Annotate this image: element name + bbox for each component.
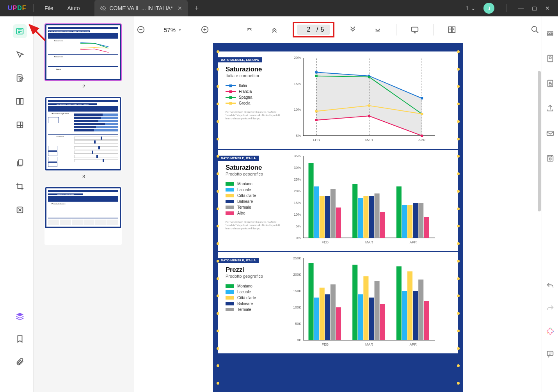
svg-rect-94 <box>418 280 423 340</box>
thumbnail-panel: SATURAZIONE E PREZZI STRUTTURE OTA Satur… <box>34 16 134 392</box>
svg-rect-29 <box>368 76 370 78</box>
svg-rect-4 <box>17 122 23 128</box>
page-indicator-highlight: / 5 <box>293 22 334 37</box>
redact-button[interactable] <box>13 203 27 217</box>
document-tab[interactable]: COME VA IL ... IN ITALIA* ✕ <box>94 0 187 16</box>
save-button[interactable] <box>543 151 557 165</box>
thumbnail-page-4[interactable]: PRENOTAZIONI AEREE Prenotazioni aeree <box>44 186 122 245</box>
svg-rect-24 <box>421 97 423 99</box>
maximize-icon[interactable]: ▢ <box>531 5 537 11</box>
share-button[interactable] <box>543 101 557 115</box>
redo-button[interactable] <box>543 302 557 316</box>
next-page-button[interactable] <box>346 23 359 36</box>
svg-rect-81 <box>336 307 341 340</box>
svg-rect-90 <box>396 266 402 340</box>
search-button[interactable] <box>528 23 542 36</box>
document-view[interactable]: DATO MENSILE, EUROPA Saturazione Italia … <box>134 43 542 392</box>
tool-copy-button[interactable] <box>13 156 27 170</box>
section-title: Prezzi <box>226 266 282 274</box>
page-indicator[interactable]: / 5 <box>297 25 330 35</box>
thumbnail-page-3[interactable]: RECENSIONI E SENTIMENT DEGLI UTENTI Rece… <box>44 96 122 171</box>
minimize-icon[interactable]: — <box>518 5 524 11</box>
menu-help[interactable]: Aiuto <box>60 5 87 11</box>
avatar[interactable]: J <box>483 3 494 14</box>
zoom-select[interactable]: 57%▼ <box>159 25 187 35</box>
bar-chart: 0€50€100€150€200€250€FEBMARAPR <box>289 256 446 351</box>
comment-button[interactable] <box>13 48 27 62</box>
svg-rect-22 <box>315 71 318 73</box>
svg-text:FEB: FEB <box>322 240 329 244</box>
svg-text:10%: 10% <box>294 108 301 112</box>
svg-text:OCR: OCR <box>547 32 553 35</box>
svg-rect-62 <box>402 205 407 238</box>
section-note: Per saturazione si intende il numero di … <box>226 111 282 120</box>
right-toolbar: OCR <box>542 16 558 392</box>
edit-button[interactable] <box>13 71 27 85</box>
zoom-out-button[interactable] <box>134 23 147 36</box>
svg-rect-84 <box>358 294 363 340</box>
svg-rect-86 <box>369 298 374 340</box>
dropdown-icon[interactable]: ⌄ <box>471 5 476 11</box>
convert-button[interactable] <box>543 51 557 66</box>
thumbnail-label: 2 <box>44 83 123 89</box>
svg-rect-47 <box>309 163 314 238</box>
svg-text:APR: APR <box>409 342 417 346</box>
ocr-button[interactable]: OCR <box>543 27 557 41</box>
menu-file[interactable]: File <box>37 5 60 11</box>
left-toolbar <box>6 16 34 392</box>
compare-button[interactable] <box>445 23 458 36</box>
email-button[interactable] <box>543 126 557 140</box>
ai-button[interactable] <box>543 324 557 338</box>
svg-text:100€: 100€ <box>293 305 301 309</box>
new-tab-button[interactable]: + <box>195 4 199 12</box>
svg-rect-3 <box>20 99 23 105</box>
svg-rect-92 <box>407 271 412 340</box>
svg-rect-2 <box>16 99 19 105</box>
svg-rect-51 <box>331 189 336 238</box>
first-page-button[interactable] <box>243 23 256 36</box>
legend: MontanoLacualeCittà d'arteBalneareTermal… <box>226 182 282 215</box>
svg-text:FEB: FEB <box>322 342 329 346</box>
section-note: Per saturazione si intende il numero di … <box>226 221 282 230</box>
svg-rect-28 <box>315 75 318 77</box>
svg-rect-58 <box>375 193 380 238</box>
prev-page-button[interactable] <box>268 23 281 36</box>
layers-button[interactable] <box>13 309 27 323</box>
thumbnail-page-2[interactable]: SATURAZIONE E PREZZI STRUTTURE OTA Satur… <box>44 23 122 81</box>
bookmark-button[interactable] <box>13 332 27 346</box>
reader-mode-button[interactable] <box>13 24 27 38</box>
tab-count: 1 <box>466 5 469 11</box>
crop-button[interactable] <box>13 179 27 193</box>
organize-button[interactable] <box>13 94 27 108</box>
svg-text:150€: 150€ <box>293 289 301 293</box>
svg-text:5%: 5% <box>296 224 301 228</box>
undo-button[interactable] <box>543 279 557 293</box>
svg-text:5%: 5% <box>296 134 301 138</box>
svg-text:FEB: FEB <box>313 138 320 142</box>
svg-rect-55 <box>358 198 363 238</box>
svg-text:MAR: MAR <box>365 342 373 346</box>
close-icon[interactable]: ✕ <box>545 5 550 11</box>
attachment-button[interactable] <box>13 355 27 369</box>
svg-rect-83 <box>352 265 357 340</box>
svg-text:15%: 15% <box>294 82 301 86</box>
section-badge: DATO MENSILE, ITALIA <box>218 258 259 263</box>
svg-rect-87 <box>375 281 380 340</box>
svg-text:35%: 35% <box>294 154 301 158</box>
zoom-in-button[interactable] <box>198 23 211 36</box>
svg-point-104 <box>549 158 551 160</box>
svg-rect-57 <box>369 196 374 238</box>
scrollbar[interactable] <box>538 71 541 211</box>
tab-close-icon[interactable]: ✕ <box>178 5 182 11</box>
svg-rect-33 <box>421 113 423 115</box>
form-button[interactable] <box>13 118 27 132</box>
svg-rect-9 <box>412 27 418 32</box>
page-input[interactable] <box>303 26 314 33</box>
protect-button[interactable] <box>543 76 557 90</box>
presentation-button[interactable] <box>408 23 421 36</box>
section-title: Saturazione <box>226 66 282 73</box>
svg-rect-49 <box>320 196 325 238</box>
last-page-button[interactable] <box>371 23 384 36</box>
chat-button[interactable] <box>543 347 557 361</box>
svg-rect-25 <box>315 119 318 121</box>
